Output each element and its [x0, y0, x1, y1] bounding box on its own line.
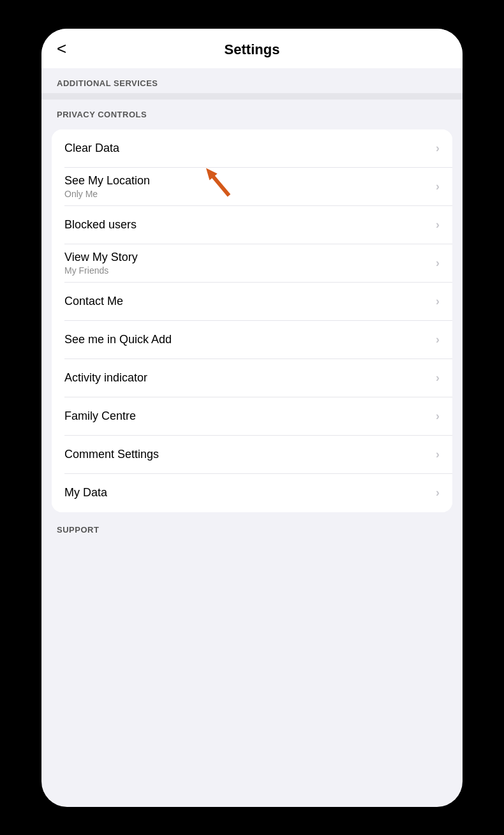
list-item-title: Blocked users: [64, 218, 431, 232]
list-item-content: View My Story My Friends: [64, 251, 431, 276]
list-item-title: See me in Quick Add: [64, 333, 431, 346]
list-item-content: See My Location Only Me: [64, 174, 431, 199]
page-title: Settings: [57, 41, 447, 58]
list-item-content: Contact Me: [64, 295, 431, 308]
list-item-content: Activity indicator: [64, 371, 431, 385]
support-section-label: SUPPORT: [41, 517, 463, 540]
chevron-icon: ›: [436, 333, 440, 346]
chevron-icon: ›: [436, 371, 440, 385]
list-item-activity-indicator[interactable]: Activity indicator ›: [52, 359, 452, 397]
list-item-title: Comment Settings: [64, 448, 431, 461]
list-item-clear-data[interactable]: Clear Data ›: [52, 129, 452, 168]
list-item-my-data[interactable]: My Data ›: [52, 474, 452, 512]
list-item-title: My Data: [64, 486, 431, 499]
list-item-title: Clear Data: [64, 142, 431, 155]
list-item-family-centre[interactable]: Family Centre ›: [52, 397, 452, 436]
chevron-icon: ›: [436, 448, 440, 461]
chevron-icon: ›: [436, 218, 440, 232]
privacy-controls-card: Clear Data › See My Location Only Me › B…: [52, 129, 452, 512]
back-button[interactable]: <: [57, 38, 66, 58]
chevron-icon: ›: [436, 295, 440, 308]
list-item-content: My Data: [64, 486, 431, 499]
list-item-comment-settings[interactable]: Comment Settings ›: [52, 436, 452, 474]
list-item-view-my-story[interactable]: View My Story My Friends ›: [52, 244, 452, 283]
list-item-content: Blocked users: [64, 218, 431, 232]
chevron-icon: ›: [436, 180, 440, 193]
list-item-content: Family Centre: [64, 410, 431, 423]
list-item-subtitle: My Friends: [64, 265, 431, 276]
list-item-content: Clear Data: [64, 142, 431, 155]
phone-container: < Settings ADDITIONAL SERVICES PRIVACY C…: [41, 29, 463, 807]
chevron-icon: ›: [436, 486, 440, 499]
list-item-subtitle: Only Me: [64, 189, 431, 199]
chevron-icon: ›: [436, 142, 440, 155]
list-item-title: Contact Me: [64, 295, 431, 308]
list-item-content: See me in Quick Add: [64, 333, 431, 346]
section-divider: [41, 93, 463, 100]
list-item-title: See My Location: [64, 174, 431, 188]
list-item-blocked-users[interactable]: Blocked users ›: [52, 206, 452, 244]
settings-header: < Settings: [41, 29, 463, 68]
list-item-title: Family Centre: [64, 410, 431, 423]
list-item-title: View My Story: [64, 251, 431, 264]
list-item-contact-me[interactable]: Contact Me ›: [52, 283, 452, 321]
list-item-see-me-quick-add[interactable]: See me in Quick Add ›: [52, 321, 452, 359]
chevron-icon: ›: [436, 256, 440, 270]
list-item-title: Activity indicator: [64, 371, 431, 385]
additional-services-section-label: ADDITIONAL SERVICES: [41, 68, 463, 93]
list-item-content: Comment Settings: [64, 448, 431, 461]
list-item-see-my-location[interactable]: See My Location Only Me ›: [52, 168, 452, 206]
privacy-controls-section-label: PRIVACY CONTROLS: [41, 100, 463, 124]
chevron-icon: ›: [436, 410, 440, 423]
